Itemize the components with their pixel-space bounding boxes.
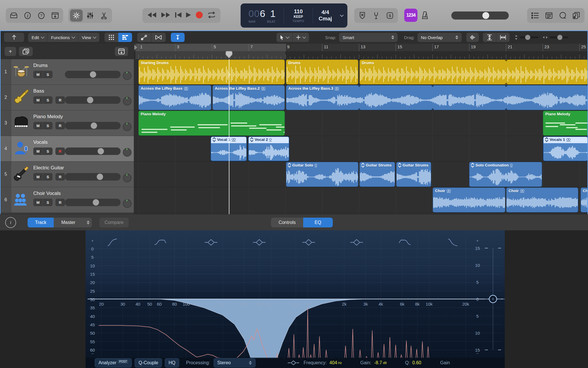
playhead-line[interactable]	[229, 59, 229, 214]
import-window-icon[interactable]	[49, 9, 61, 22]
waveform-zoom-button[interactable]	[466, 33, 479, 42]
list-editors-icon[interactable]	[529, 9, 541, 22]
info-icon[interactable]: i	[21, 9, 34, 22]
bell-band-icon[interactable]	[350, 239, 363, 245]
record-arm-button[interactable]: R	[55, 199, 65, 206]
track-pan-knob[interactable]	[123, 199, 131, 208]
secondary-tool-button[interactable]	[292, 33, 309, 42]
solo-button[interactable]: S	[43, 71, 53, 78]
lowpass-band-icon[interactable]	[448, 239, 457, 246]
scissors-icon[interactable]	[98, 9, 110, 22]
bell-band-icon[interactable]	[302, 239, 315, 245]
library-icon[interactable]	[70, 9, 83, 22]
region-piano-melody[interactable]: Piano Melody	[543, 111, 588, 136]
tab-track[interactable]: Track	[28, 218, 54, 227]
duplicate-track-button[interactable]	[19, 47, 33, 56]
bell-band-icon[interactable]	[205, 239, 217, 245]
solo-icon[interactable]: S	[384, 9, 396, 22]
notepad-icon[interactable]	[543, 9, 555, 22]
drag-dropdown[interactable]: No Overlap	[417, 33, 462, 42]
highpass-band-icon[interactable]	[108, 239, 117, 246]
track-volume-slider[interactable]	[65, 122, 121, 129]
q-couple-button[interactable]: Q-Couple	[135, 358, 162, 367]
high-shelf-band-icon[interactable]	[399, 240, 411, 245]
low-shelf-band-icon[interactable]	[154, 240, 166, 245]
track-volume-slider[interactable]	[65, 199, 121, 206]
processing-dropdown[interactable]: Stereo	[214, 358, 256, 367]
tab-controls[interactable]: Controls	[271, 218, 303, 227]
q-value[interactable]: 0.60	[412, 360, 421, 365]
view-menu[interactable]: View	[78, 33, 99, 42]
gain-value[interactable]: -8.7	[374, 360, 382, 365]
add-track-button[interactable]: +	[5, 47, 16, 56]
pointer-tool-button[interactable]	[276, 33, 292, 42]
hq-button[interactable]: HQ	[165, 358, 179, 367]
inspector-info-button[interactable]: i	[5, 217, 16, 228]
solo-button[interactable]: S	[43, 147, 53, 155]
region-across-the-liffey-bass-2[interactable]: Across the Liffey Bass.2	[212, 85, 285, 110]
edit-menu[interactable]: Edit	[28, 33, 47, 42]
region-across-the-liffey-bass-3[interactable]: Across the Liffey Bass.3	[286, 85, 588, 110]
tracks-area[interactable]: Starting DrumsDrumsDrumsAcross the Liffe…	[134, 59, 588, 214]
selected-band-icon[interactable]	[287, 360, 300, 366]
horizontal-zoom-slider[interactable]	[543, 36, 568, 39]
region-choir[interactable]: Choir	[506, 187, 578, 212]
region-guitar-strums[interactable]: Guitar Strums	[396, 162, 431, 187]
track-pan-knob[interactable]	[123, 97, 131, 106]
no-input-icon[interactable]	[356, 9, 369, 22]
tuner-icon[interactable]	[370, 9, 382, 22]
vertical-zoom-slider[interactable]	[515, 35, 538, 40]
region-vocals-1[interactable]: Vocals 1	[543, 136, 588, 161]
flex-button[interactable]	[151, 33, 166, 42]
record-button[interactable]	[195, 11, 203, 20]
functions-menu[interactable]: Functions	[47, 33, 78, 42]
solo-button[interactable]: S	[43, 199, 53, 206]
rewind-button[interactable]	[147, 12, 157, 19]
track-alternatives-button[interactable]	[115, 47, 128, 56]
record-arm-button[interactable]: R	[55, 122, 65, 129]
track-pan-knob[interactable]	[123, 148, 131, 157]
frequency-value[interactable]: 404	[330, 360, 337, 365]
mute-button[interactable]: M	[33, 96, 43, 104]
tab-eq[interactable]: EQ	[303, 218, 333, 227]
grid-view-button[interactable]	[105, 33, 118, 42]
master-volume-slider[interactable]	[451, 12, 509, 20]
track-pan-knob[interactable]	[123, 122, 131, 131]
track-volume-slider[interactable]	[65, 96, 121, 104]
track-header-piano-melody[interactable]: 3Piano MelodyMSR	[0, 110, 134, 136]
analyzer-post-badge[interactable]: POST	[118, 360, 128, 363]
track-pan-knob[interactable]	[123, 71, 131, 80]
region-choir[interactable]: Choir	[433, 187, 505, 212]
region-ch[interactable]: Ch	[581, 187, 588, 212]
lcd-mode-chevron-icon[interactable]	[338, 15, 346, 16]
track-header-drums[interactable]: 1DrumsMS	[0, 59, 134, 85]
go-to-beginning-button[interactable]	[175, 12, 181, 19]
track-volume-slider[interactable]	[65, 173, 121, 181]
automation-button[interactable]	[137, 33, 151, 42]
media-browser-icon[interactable]	[570, 9, 583, 22]
track-master-stepper[interactable]	[83, 218, 92, 227]
tab-master[interactable]: Master	[54, 218, 83, 227]
count-in-badge[interactable]: 1234	[404, 9, 417, 22]
lcd-display[interactable]: 006 1 BARBEAT 110 KEEP TEMPO 4/4 Cmaj	[241, 3, 347, 28]
track-header-choir-vocals[interactable]: 6Choir VocalsMSR	[0, 187, 134, 213]
region-drums[interactable]: Drums	[286, 60, 358, 85]
back-arrow-button[interactable]	[4, 33, 24, 42]
mute-button[interactable]: M	[33, 199, 43, 206]
track-volume-slider[interactable]	[65, 147, 121, 155]
project-archive-icon[interactable]	[7, 9, 20, 22]
track-header-electric-guitar[interactable]: 5Electric GuitarMSR	[0, 162, 134, 187]
solo-button[interactable]: S	[43, 122, 53, 129]
compare-button[interactable]: Compare	[99, 218, 129, 227]
mute-button[interactable]: M	[33, 71, 43, 78]
region-solo-contiunation[interactable]: Solo Contiunation	[469, 162, 542, 187]
analyzer-button[interactable]: AnalyzerPOST	[95, 358, 132, 367]
mute-button[interactable]: M	[33, 173, 43, 181]
region-guitar-strums[interactable]: Guitar Strums	[359, 162, 395, 187]
eq-gain-knob[interactable]	[489, 295, 497, 303]
bar-ruler[interactable]: 135791113151719212325	[134, 44, 588, 59]
channel-eq-panel[interactable]: +051015202530354045505560−+15105051015−2…	[86, 230, 505, 368]
track-header-vocals[interactable]: 4VocalsMSR	[0, 136, 134, 162]
track-header-bass[interactable]: 2BassMSR	[0, 85, 134, 110]
solo-button[interactable]: S	[43, 173, 53, 181]
